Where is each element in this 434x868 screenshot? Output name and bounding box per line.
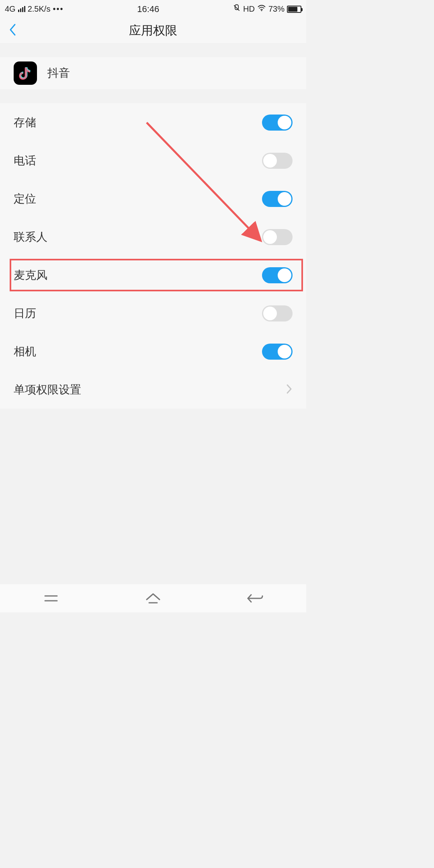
nav-back-button[interactable] — [239, 588, 271, 608]
nav-recents-button[interactable] — [35, 588, 67, 608]
permission-label: 麦克风 — [14, 268, 262, 283]
permission-label: 定位 — [14, 191, 262, 207]
permission-toggle[interactable] — [262, 305, 293, 321]
app-info-row: 抖音 — [0, 57, 306, 89]
page-title: 应用权限 — [129, 23, 177, 39]
permission-row: 联系人 — [0, 218, 306, 256]
permission-row: 相机 — [0, 332, 306, 371]
chevron-right-icon — [286, 384, 293, 396]
permission-label: 日历 — [14, 306, 262, 321]
svg-point-0 — [261, 10, 262, 11]
header: 应用权限 — [0, 18, 306, 43]
permission-list: 存储电话定位联系人麦克风日历相机单项权限设置 — [0, 103, 306, 409]
permission-toggle[interactable] — [262, 344, 293, 360]
permission-row: 麦克风 — [0, 256, 306, 294]
permission-label: 电话 — [14, 153, 262, 168]
system-nav-bar — [0, 584, 306, 612]
permission-toggle[interactable] — [262, 153, 293, 169]
more-settings-label: 单项权限设置 — [14, 382, 286, 397]
clock: 16:46 — [63, 4, 233, 14]
permission-row: 日历 — [0, 294, 306, 332]
douyin-app-icon — [14, 61, 37, 85]
wifi-icon — [257, 4, 266, 14]
permission-label: 联系人 — [14, 229, 262, 245]
app-name: 抖音 — [47, 66, 70, 81]
nav-home-button[interactable] — [137, 588, 169, 608]
network-speed: 2.5K/s — [28, 4, 51, 14]
permission-label: 相机 — [14, 344, 262, 359]
permission-toggle[interactable] — [262, 115, 293, 131]
hd-label: HD — [243, 4, 255, 14]
back-button[interactable] — [9, 23, 17, 38]
more-dots-icon: ••• — [53, 4, 63, 14]
permission-toggle[interactable] — [262, 229, 293, 245]
network-type: 4G — [5, 4, 16, 14]
status-bar: 4G 2.5K/s ••• 16:46 HD 73% — [0, 0, 306, 18]
battery-percent: 73% — [268, 4, 285, 14]
status-right: HD 73% — [233, 4, 301, 14]
permission-row: 定位 — [0, 180, 306, 218]
mute-icon — [233, 4, 241, 14]
single-permission-settings-row[interactable]: 单项权限设置 — [0, 371, 306, 409]
permission-label: 存储 — [14, 115, 262, 130]
permission-toggle[interactable] — [262, 267, 293, 283]
status-left: 4G 2.5K/s ••• — [5, 4, 63, 14]
permission-toggle[interactable] — [262, 191, 293, 207]
signal-icon — [18, 6, 25, 12]
permission-row: 存储 — [0, 103, 306, 141]
permission-row: 电话 — [0, 141, 306, 180]
battery-icon — [287, 6, 301, 13]
